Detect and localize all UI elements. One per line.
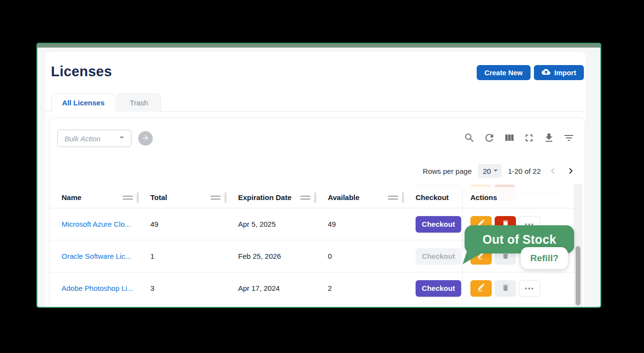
page-header-actions: Create New Import <box>477 65 584 80</box>
total-cell: 3 <box>150 284 154 292</box>
page-title: Licenses <box>51 64 112 80</box>
arrow-right-icon <box>142 134 149 143</box>
fullscreen-icon[interactable] <box>523 132 535 144</box>
refresh-icon[interactable] <box>483 132 495 144</box>
window-top-bar <box>37 44 600 48</box>
expiration-date-cell: Apr 17, 2024 <box>238 284 280 292</box>
delete-button[interactable] <box>495 280 516 297</box>
available-cell: 0 <box>328 252 332 260</box>
license-name-link[interactable]: Microsoft Azure Clo... <box>62 220 131 228</box>
create-new-label: Create New <box>484 69 523 77</box>
vertical-scrollbar-thumb[interactable] <box>576 246 580 305</box>
rows-per-page-label: Rows per page <box>423 167 472 175</box>
previous-page-button[interactable] <box>547 165 559 177</box>
licenses-page-panel: Licenses Create New Import All Licenses … <box>45 52 586 307</box>
pagination-range-label: 1-20 of 22 <box>508 167 541 175</box>
column-header-total[interactable]: Total <box>139 187 226 208</box>
license-name-link[interactable]: Oracle Software Lic... <box>62 252 131 260</box>
column-header-name[interactable]: Name <box>50 187 139 208</box>
apply-bulk-action-button[interactable] <box>138 131 153 146</box>
tab-bar: All Licenses Trash <box>51 93 161 112</box>
bulk-action-select[interactable]: Bulk Action <box>57 130 131 147</box>
tooltip-tail <box>463 250 482 265</box>
table-body: Microsoft Azure Clo... 49 Apr 5, 2025 49… <box>50 208 574 304</box>
create-new-button[interactable]: Create New <box>477 65 531 80</box>
column-resize-handle[interactable] <box>123 187 139 208</box>
trash-icon <box>501 284 510 293</box>
column-header-actions[interactable]: Actions <box>462 187 574 208</box>
checkout-button[interactable]: Checkout <box>416 248 461 265</box>
total-cell: 49 <box>150 220 159 228</box>
pencil-icon <box>477 284 485 293</box>
pagination-bar: Rows per page 20 1-20 of 22 <box>423 164 577 178</box>
licenses-table-card: Bulk Action <box>50 118 584 307</box>
tab-trash-label: Trash <box>130 99 148 107</box>
tab-all-licenses[interactable]: All Licenses <box>51 93 115 112</box>
expiration-date-cell: Feb 25, 2026 <box>238 252 281 260</box>
search-icon[interactable] <box>464 132 475 144</box>
import-label: Import <box>554 69 576 77</box>
checkout-button[interactable]: Checkout <box>416 280 461 297</box>
rows-per-page-value: 20 <box>483 167 491 175</box>
license-name-link[interactable]: Adobe Photoshop Li... <box>62 284 133 292</box>
app-window: Licenses Create New Import All Licenses … <box>36 43 601 308</box>
bulk-action-placeholder: Bulk Action <box>64 134 116 143</box>
rows-per-page-select[interactable]: 20 <box>478 164 502 178</box>
total-cell: 1 <box>150 252 154 260</box>
more-actions-button[interactable]: ••• <box>519 280 540 297</box>
cloud-upload-icon <box>542 67 550 78</box>
column-resize-handle[interactable] <box>300 187 316 208</box>
tab-all-licenses-label: All Licenses <box>62 99 105 107</box>
edit-button[interactable] <box>470 280 492 297</box>
available-cell: 49 <box>328 220 336 228</box>
tab-trash[interactable]: Trash <box>117 93 161 112</box>
import-button[interactable]: Import <box>534 65 584 80</box>
next-page-button[interactable] <box>565 165 577 177</box>
table-header-row: Name Total Expiration Date Available Che… <box>50 187 574 208</box>
download-icon[interactable] <box>543 132 555 144</box>
chevron-down-icon <box>491 166 500 177</box>
refill-button[interactable]: Refill? <box>521 247 568 269</box>
out-of-stock-label: Out of Stock <box>483 233 556 247</box>
column-resize-handle[interactable] <box>388 187 404 208</box>
column-header-available[interactable]: Available <box>316 187 404 208</box>
table-row: Adobe Photoshop Li... 3 Apr 17, 2024 2 C… <box>50 272 574 304</box>
column-resize-handle[interactable] <box>210 187 226 208</box>
chevron-down-icon <box>116 132 127 145</box>
available-cell: 2 <box>328 284 332 292</box>
actions-cell: ••• <box>462 272 574 304</box>
filter-icon[interactable] <box>563 132 575 144</box>
view-columns-icon[interactable] <box>503 132 515 144</box>
table-toolbar <box>464 132 575 144</box>
expiration-date-cell: Apr 5, 2025 <box>238 220 276 228</box>
checkout-button[interactable]: Checkout <box>416 216 461 233</box>
column-header-expiration-date[interactable]: Expiration Date <box>226 187 316 208</box>
column-header-checkout[interactable]: Checkout <box>404 187 462 208</box>
